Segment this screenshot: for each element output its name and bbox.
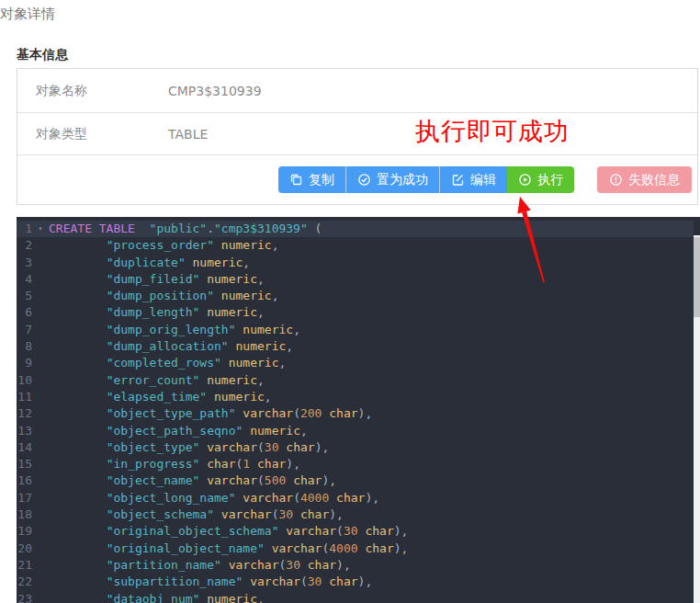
editor-scrollbar[interactable] [694, 235, 700, 603]
edit-icon [451, 173, 465, 187]
code-token: "cmp3$310939" [214, 221, 308, 237]
code-token [236, 322, 243, 338]
code-token [199, 456, 207, 472]
code-line[interactable]: 12 "object_type_path" varchar(200 char), [17, 405, 694, 422]
copy-button-label: 复制 [309, 172, 334, 188]
code-line[interactable]: 23 "dataobj_num" numeric, [17, 591, 694, 603]
code-token [265, 540, 272, 557]
code-token: char [308, 557, 336, 574]
code-token: varchar [250, 574, 300, 590]
edit-button[interactable]: 编辑 [440, 166, 507, 193]
code-token: "public" [150, 221, 208, 237]
code-token [358, 540, 366, 557]
code-line[interactable]: 10 "error_count" numeric, [17, 372, 694, 389]
code-line[interactable]: 22 "subpartition_name" varchar(30 char), [17, 574, 694, 590]
copy-icon [289, 173, 303, 187]
code-token [229, 338, 236, 355]
code-line[interactable]: 6 "dump_length" numeric, [17, 304, 694, 321]
red-arrow-annotation [501, 191, 556, 288]
code-line[interactable]: 1▾CREATE TABLE "public"."cmp3$310939" ( [17, 221, 694, 237]
code-token: , [257, 591, 265, 603]
code-token [358, 523, 366, 540]
code-line[interactable]: 16 "object_name" varchar(500 char), [17, 472, 694, 489]
code-token: numeric [229, 355, 279, 371]
code-token: "dump_fileid" [107, 271, 200, 288]
code-token: ), [336, 557, 351, 574]
code-token: char [365, 523, 393, 540]
code-token: numeric [243, 322, 293, 338]
fold-chevron-icon[interactable]: ▾ [32, 221, 49, 237]
fold-gutter [32, 523, 49, 540]
set-success-button[interactable]: 置为成功 [346, 166, 440, 193]
code-token [236, 405, 243, 422]
code-line[interactable]: 20 "original_object_name" varchar(4000 c… [17, 540, 694, 557]
line-number: 9 [17, 355, 32, 371]
code-line[interactable]: 3 "duplicate" numeric, [17, 255, 694, 271]
toolbar: 复制置为成功编辑执行 失败信息 [17, 155, 697, 204]
editor-scrollbar-thumb[interactable] [694, 237, 700, 317]
fold-gutter [32, 288, 49, 304]
code-token [49, 472, 107, 489]
line-number: 6 [17, 304, 32, 321]
code-token: "object_type" [107, 439, 200, 456]
code-token [49, 523, 107, 540]
code-token: "original_object_schema" [107, 523, 279, 540]
code-token: , [293, 322, 300, 338]
code-token: varchar [229, 557, 279, 574]
code-token: varchar [207, 439, 257, 456]
line-number: 2 [17, 237, 32, 254]
code-line[interactable]: 11 "elapsed_time" numeric, [17, 389, 694, 405]
line-number: 20 [17, 540, 32, 557]
code-token: ( [236, 456, 243, 472]
code-token [49, 271, 107, 288]
fold-gutter [32, 439, 49, 456]
code-line[interactable]: 2 "process_order" numeric, [17, 237, 694, 254]
code-line[interactable]: 8 "dump_allocation" numeric, [17, 338, 694, 355]
code-token: ), [358, 574, 373, 590]
fail-info-button[interactable]: 失败信息 [597, 166, 692, 193]
code-line[interactable]: 14 "object_type" varchar(30 char), [17, 439, 694, 456]
code-token: , [278, 355, 286, 371]
execute-button[interactable]: 执行 [507, 166, 574, 193]
code-token: char [257, 456, 286, 472]
code-line[interactable]: 19 "original_object_schema" varchar(30 c… [17, 523, 694, 540]
code-line[interactable]: 15 "in_progress" char(1 char), [17, 456, 694, 472]
code-token [135, 221, 150, 237]
code-line[interactable]: 17 "object_long_name" varchar(4000 char)… [17, 490, 694, 506]
code-line[interactable]: 21 "partition_name" varchar(30 char), [17, 557, 694, 574]
code-token: numeric [207, 591, 257, 603]
code-token [49, 389, 107, 405]
red-annotation-text: 执行即可成功 [415, 115, 570, 148]
code-token [49, 322, 107, 338]
code-token [199, 372, 207, 389]
object-name-value: CMP3$310939 [168, 84, 262, 98]
code-token [49, 304, 107, 321]
code-line[interactable]: 18 "object_schema" varchar(30 char), [17, 506, 694, 523]
code-token: char [286, 439, 314, 456]
page-title: 对象详情 [0, 6, 55, 23]
code-token [49, 557, 107, 574]
code-token: "dataobj_num" [107, 591, 200, 603]
code-token: ), [358, 405, 373, 422]
code-token [214, 506, 221, 523]
code-token [278, 439, 286, 456]
code-token: , [265, 389, 272, 405]
copy-button[interactable]: 复制 [278, 166, 346, 193]
code-token [49, 490, 107, 506]
code-token: numeric [193, 255, 243, 271]
line-number: 4 [17, 271, 32, 288]
code-line[interactable]: 13 "object_path_seqno" numeric, [17, 423, 694, 439]
code-token: numeric [236, 338, 287, 355]
sql-code-editor[interactable]: 1▾CREATE TABLE "public"."cmp3$310939" (2… [17, 217, 700, 603]
code-line[interactable]: 9 "completed_rows" numeric, [17, 355, 694, 371]
info-row-object-type: 对象类型 TABLE [17, 113, 697, 155]
code-line[interactable]: 5 "dump_position" numeric, [17, 288, 694, 304]
code-token: varchar [207, 472, 257, 489]
code-line[interactable]: 7 "dump_orig_length" numeric, [17, 322, 694, 338]
code-token: "dump_length" [107, 304, 200, 321]
fold-gutter [32, 591, 49, 603]
code-line[interactable]: 4 "dump_fileid" numeric, [17, 271, 694, 288]
code-token: varchar [243, 405, 293, 422]
code-token [49, 338, 107, 355]
code-token [214, 288, 221, 304]
